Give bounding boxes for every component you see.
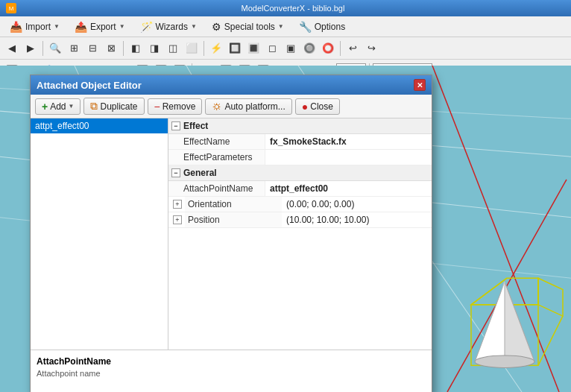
auto-platform-icon: ⛭ [212, 101, 222, 113]
special-tools-icon: ⚙ [212, 21, 221, 33]
close-button[interactable]: ● Close [295, 98, 340, 115]
object-list-panel: attpt_effect00 [31, 118, 168, 350]
options-icon: 🔧 [299, 21, 312, 33]
tb-btn-4[interactable]: ⊞ [65, 39, 83, 57]
duplicate-button[interactable]: ⧉ Duplicate [83, 98, 144, 115]
add-label: Add [50, 101, 66, 112]
prop-label-attach-point: AttachPointName [168, 181, 265, 196]
tb-btn-15[interactable]: ▣ [282, 39, 300, 57]
tb-sep-4 [340, 41, 341, 56]
export-arrow: ▼ [119, 23, 125, 30]
menu-special-tools-label: Special tools [224, 22, 275, 32]
tb-btn-19[interactable]: ↪ [362, 39, 380, 57]
menu-bar: 📥 Import ▼ 📤 Export ▼ 🪄 Wizards ▼ ⚙ Spec… [0, 16, 571, 37]
close-icon: ● [302, 101, 308, 113]
tb-btn-3[interactable]: 🔍 [46, 39, 64, 57]
window-title: ModelConverterX - biblio.bgl [21, 4, 565, 13]
prop-value-attach-point[interactable]: attpt_effect00 [265, 181, 432, 196]
effect-expand-icon: − [171, 121, 180, 130]
section-general-header[interactable]: − General [168, 165, 432, 181]
section-general-label: General [183, 168, 217, 178]
menu-import-label: Import [25, 22, 51, 32]
title-bar: M ModelConverterX - biblio.bgl [0, 0, 571, 16]
tb-btn-11[interactable]: ⚡ [207, 39, 225, 57]
list-item-0-label: attpt_effect00 [35, 121, 89, 131]
tb-btn-7[interactable]: ◧ [127, 39, 145, 57]
description-panel: AttachPointName Attachpoint name [31, 350, 432, 392]
tb-btn-9[interactable]: ◫ [164, 39, 182, 57]
import-arrow: ▼ [54, 23, 60, 30]
tb-btn-12[interactable]: 🔲 [226, 39, 244, 57]
tb-sep-2 [123, 41, 124, 56]
prop-row-effect-name: EffectName fx_SmokeStack.fx [168, 134, 432, 150]
wizards-arrow: ▼ [191, 23, 197, 30]
prop-label-position: Position [185, 212, 282, 227]
tb-btn-17[interactable]: ⭕ [319, 39, 337, 57]
duplicate-icon: ⧉ [90, 100, 98, 113]
orientation-expand-icon: + [173, 200, 182, 209]
remove-label: Remove [163, 101, 196, 112]
tb-btn-6[interactable]: ⊠ [102, 39, 120, 57]
menu-export-label: Export [90, 22, 116, 32]
desc-title: AttachPointName [37, 356, 426, 367]
section-effect-header[interactable]: − Effect [168, 118, 432, 134]
section-effect-label: Effect [183, 121, 208, 131]
dialog-title-bar[interactable]: Attached Object Editor ✕ [31, 75, 432, 95]
tb-sep-3 [204, 41, 204, 56]
add-icon: + [42, 101, 48, 113]
menu-wizards[interactable]: 🪄 Wizards ▼ [133, 18, 204, 36]
menu-import[interactable]: 📥 Import ▼ [3, 18, 66, 36]
tb-arrow-right[interactable]: ▶ [22, 39, 40, 57]
position-expand-icon: + [173, 215, 182, 224]
dialog-close-button[interactable]: ✕ [414, 79, 426, 91]
import-icon: 📥 [10, 21, 22, 33]
close-label: Close [310, 101, 333, 112]
menu-options[interactable]: 🔧 Options [292, 18, 352, 36]
export-icon: 📤 [75, 21, 87, 33]
prop-label-effect-params: EffectParameters [168, 150, 265, 165]
auto-platform-label: Auto platform... [224, 101, 285, 112]
tb-btn-16[interactable]: 🔘 [300, 39, 318, 57]
prop-label-effect-name: EffectName [168, 134, 265, 149]
attached-object-editor-dialog: Attached Object Editor ✕ + Add ▼ ⧉ Dupli… [30, 75, 432, 392]
remove-button[interactable]: − Remove [148, 98, 203, 115]
tb-btn-10[interactable]: ⬜ [183, 39, 201, 57]
add-button[interactable]: + Add ▼ [35, 98, 81, 115]
prop-row-effect-params: EffectParameters [168, 150, 432, 165]
menu-options-label: Options [315, 22, 345, 32]
prop-row-orientation[interactable]: + Orientation (0.00; 0.00; 0.00) [168, 197, 432, 212]
dialog-close-icon: ✕ [417, 81, 423, 89]
tb-btn-8[interactable]: ◨ [145, 39, 163, 57]
auto-platform-button[interactable]: ⛭ Auto platform... [205, 98, 291, 115]
tb-btn-5[interactable]: ⊟ [83, 39, 101, 57]
tb-btn-18[interactable]: ↩ [344, 39, 362, 57]
prop-value-effect-name[interactable]: fx_SmokeStack.fx [265, 134, 432, 149]
remove-icon: − [154, 101, 160, 113]
wizards-icon: 🪄 [140, 21, 153, 33]
desc-text: Attachpoint name [37, 369, 426, 378]
general-expand-icon: − [171, 168, 180, 177]
prop-row-attach-point: AttachPointName attpt_effect00 [168, 181, 432, 197]
prop-row-position[interactable]: + Position (10.00; 10.00; 10.00) [168, 212, 432, 228]
svg-point-19 [475, 355, 534, 367]
prop-value-position: (10.00; 10.00; 10.00) [282, 212, 432, 227]
app-icon: M [6, 3, 16, 13]
tb-sep-1 [42, 41, 43, 56]
tb-btn-14[interactable]: ◻ [263, 39, 281, 57]
duplicate-label: Duplicate [100, 101, 137, 112]
add-arrow: ▼ [69, 103, 75, 110]
dialog-body: attpt_effect00 − Effect EffectName fx_Sm… [31, 118, 432, 350]
special-tools-arrow: ▼ [278, 23, 284, 30]
prop-label-orientation: Orientation [185, 197, 282, 212]
property-panel: − Effect EffectName fx_SmokeStack.fx Eff… [168, 118, 432, 350]
prop-value-orientation: (0.00; 0.00; 0.00) [282, 197, 432, 212]
tb-arrow-left[interactable]: ◀ [3, 39, 21, 57]
dialog-title-text: Attached Object Editor [37, 80, 142, 91]
dialog-toolbar: + Add ▼ ⧉ Duplicate − Remove ⛭ Auto plat… [31, 95, 432, 118]
menu-export[interactable]: 📤 Export ▼ [68, 18, 132, 36]
menu-special-tools[interactable]: ⚙ Special tools ▼ [205, 18, 291, 36]
toolbar-row-1: ◀ ▶ 🔍 ⊞ ⊟ ⊠ ◧ ◨ ◫ ⬜ ⚡ 🔲 🔳 ◻ ▣ 🔘 ⭕ ↩ ↪ [0, 37, 571, 60]
prop-value-effect-params[interactable] [265, 150, 432, 165]
list-item-0[interactable]: attpt_effect00 [31, 118, 168, 133]
tb-btn-13[interactable]: 🔳 [245, 39, 262, 57]
